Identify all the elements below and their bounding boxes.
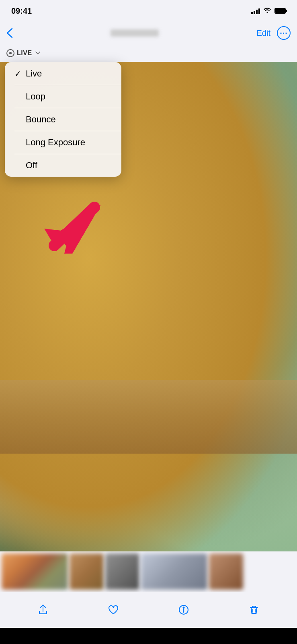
long-exposure-option-label: Long Exposure	[26, 137, 85, 148]
nav-actions: Edit ···	[257, 26, 291, 40]
dropdown-item-bounce[interactable]: Bounce	[5, 108, 121, 131]
more-button[interactable]: ···	[277, 26, 291, 40]
like-button[interactable]	[103, 600, 123, 620]
wifi-icon	[263, 7, 271, 15]
share-button[interactable]	[33, 600, 53, 620]
thumbnail-strip[interactable]	[0, 551, 297, 592]
status-bar: 09:41	[0, 0, 297, 22]
bottom-toolbar	[0, 592, 297, 628]
live-checkmark-icon: ✓	[14, 69, 26, 78]
live-label: LIVE	[17, 50, 32, 57]
live-bar: LIVE	[0, 44, 297, 62]
live-option-label: Live	[26, 68, 42, 79]
signal-icon	[251, 8, 260, 14]
thumbnail-4[interactable]	[141, 553, 207, 590]
status-icons	[251, 7, 286, 15]
battery-icon	[274, 8, 286, 14]
dropdown-item-long-exposure[interactable]: Long Exposure	[5, 131, 121, 154]
nav-title-blurred	[111, 29, 159, 37]
edit-button[interactable]: Edit	[257, 29, 270, 38]
nav-title	[111, 29, 159, 37]
svg-point-5	[183, 607, 184, 608]
home-indicator	[121, 639, 177, 641]
thumbnail-2[interactable]	[70, 553, 104, 590]
status-time: 09:41	[11, 6, 32, 16]
dropdown-item-live[interactable]: ✓ Live	[5, 62, 121, 85]
loop-option-label: Loop	[26, 91, 45, 102]
off-option-label: Off	[26, 160, 37, 171]
thumbnail-3[interactable]	[105, 553, 139, 590]
live-dropdown-menu: ✓ Live Loop Bounce Long Exposure Off	[5, 62, 121, 177]
thumbnail-5[interactable]	[209, 553, 243, 590]
delete-button[interactable]	[244, 600, 264, 620]
live-badge-button[interactable]: LIVE	[6, 49, 40, 57]
dropdown-item-off[interactable]: Off	[5, 154, 121, 177]
dropdown-item-loop[interactable]: Loop	[5, 85, 121, 108]
thumbnail-1[interactable]	[2, 553, 68, 590]
live-target-icon	[6, 49, 14, 57]
back-button[interactable]	[6, 28, 13, 38]
info-button[interactable]	[174, 600, 194, 620]
nav-bar: Edit ···	[0, 22, 297, 44]
bounce-option-label: Bounce	[26, 114, 56, 125]
live-chevron-icon	[35, 50, 40, 56]
